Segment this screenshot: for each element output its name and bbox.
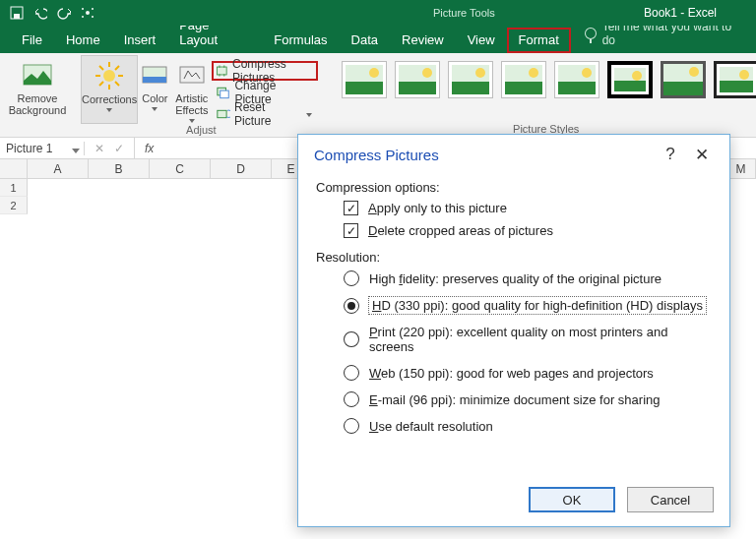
help-button[interactable]: ? bbox=[655, 145, 686, 164]
svg-point-3 bbox=[82, 8, 84, 10]
svg-rect-22 bbox=[220, 90, 229, 98]
reset-picture-button[interactable]: Reset Picture bbox=[214, 104, 317, 124]
color-button[interactable]: Color bbox=[138, 55, 171, 124]
radio-label: Web (150 ppi): good for web pages and pr… bbox=[369, 366, 654, 381]
col-header[interactable]: B bbox=[89, 159, 150, 178]
compress-pictures-button[interactable]: Compress Pictures bbox=[212, 61, 317, 81]
close-button[interactable]: ✕ bbox=[686, 145, 718, 165]
picture-styles-gallery[interactable] bbox=[334, 55, 756, 98]
svg-rect-23 bbox=[218, 110, 226, 117]
group-picture-styles: Picture Styles bbox=[328, 53, 756, 137]
tab-home[interactable]: Home bbox=[54, 28, 112, 53]
chevron-down-icon bbox=[189, 119, 195, 123]
fx-label[interactable]: fx bbox=[135, 142, 159, 155]
undo-icon[interactable] bbox=[33, 6, 47, 20]
name-box[interactable]: Picture 1 bbox=[0, 142, 85, 155]
cancel-icon[interactable]: ✕ bbox=[94, 142, 104, 155]
title-bar: Picture Tools Book1 - Excel bbox=[0, 0, 756, 26]
select-all-corner[interactable] bbox=[0, 159, 28, 178]
artistic-label: Artistic Effects bbox=[175, 92, 208, 116]
style-thumb[interactable] bbox=[607, 61, 653, 98]
ok-button[interactable]: OK bbox=[529, 487, 615, 512]
radio-high-fidelity[interactable]: High fidelity: preserves quality of the … bbox=[344, 270, 714, 286]
quick-access-toolbar bbox=[0, 6, 94, 20]
style-thumb[interactable] bbox=[342, 61, 387, 98]
remove-background-label: Remove Background bbox=[9, 92, 67, 116]
col-header[interactable]: M bbox=[726, 159, 756, 178]
radio-hd[interactable]: HD (330 ppi): good quality for high-defi… bbox=[344, 297, 714, 314]
color-label: Color bbox=[142, 92, 167, 104]
radio-icon bbox=[344, 331, 359, 347]
radio-web[interactable]: Web (150 ppi): good for web pages and pr… bbox=[344, 365, 714, 381]
tab-file[interactable]: File bbox=[10, 28, 54, 53]
apply-only-label: Apply only to this picture bbox=[368, 201, 507, 215]
col-header[interactable]: C bbox=[150, 159, 211, 178]
lightbulb-icon bbox=[585, 28, 597, 39]
corrections-label: Corrections bbox=[82, 93, 137, 105]
radio-icon bbox=[344, 270, 359, 286]
artistic-effects-button[interactable]: Artistic Effects bbox=[171, 55, 212, 124]
svg-rect-19 bbox=[180, 67, 204, 83]
reset-icon bbox=[216, 106, 230, 122]
dialog-title: Compress Pictures bbox=[314, 147, 439, 163]
svg-point-8 bbox=[103, 70, 115, 82]
style-thumb[interactable] bbox=[448, 61, 493, 98]
save-icon[interactable] bbox=[10, 6, 24, 20]
style-thumb[interactable] bbox=[714, 61, 756, 98]
adjust-group-label: Adjust bbox=[81, 124, 322, 138]
apply-only-checkbox[interactable]: ✓ Apply only to this picture bbox=[344, 201, 714, 215]
style-thumb[interactable] bbox=[501, 61, 546, 98]
svg-point-4 bbox=[92, 8, 94, 10]
compress-pictures-dialog: Compress Pictures ? ✕ Compression option… bbox=[297, 134, 730, 527]
compress-icon bbox=[216, 63, 228, 79]
remove-background-button[interactable]: Remove Background bbox=[6, 55, 69, 116]
compression-section-label: Compression options: bbox=[316, 180, 714, 195]
svg-line-15 bbox=[115, 66, 119, 70]
ribbon-tabs: File Home Insert Page Layout Formulas Da… bbox=[0, 26, 756, 53]
tab-data[interactable]: Data bbox=[340, 28, 390, 53]
sun-icon bbox=[94, 60, 125, 91]
style-thumb[interactable] bbox=[661, 61, 706, 98]
color-icon bbox=[139, 59, 170, 90]
svg-rect-20 bbox=[218, 67, 227, 75]
tab-format[interactable]: Format bbox=[507, 28, 571, 53]
group-adjust: Corrections Color Artistic Effects Compr… bbox=[75, 53, 328, 137]
radio-label: Use default resolution bbox=[369, 419, 493, 434]
chevron-down-icon bbox=[72, 149, 80, 153]
radio-label: High fidelity: preserves quality of the … bbox=[369, 271, 662, 286]
style-thumb[interactable] bbox=[554, 61, 599, 98]
delete-cropped-checkbox[interactable]: ✓ Delete cropped areas of pictures bbox=[344, 223, 714, 238]
change-picture-button[interactable]: Change Picture bbox=[214, 83, 317, 102]
remove-background-icon bbox=[22, 59, 53, 90]
svg-rect-18 bbox=[143, 77, 166, 83]
tab-review[interactable]: Review bbox=[390, 28, 456, 53]
row-header[interactable]: 1 bbox=[0, 179, 28, 197]
col-header[interactable]: A bbox=[28, 159, 89, 178]
radio-email[interactable]: E-mail (96 ppi): minimize document size … bbox=[344, 391, 714, 407]
radio-default[interactable]: Use default resolution bbox=[344, 418, 714, 434]
corrections-button[interactable]: Corrections bbox=[81, 55, 138, 124]
row-header[interactable]: 2 bbox=[0, 197, 28, 214]
svg-rect-1 bbox=[14, 14, 20, 19]
radio-icon bbox=[344, 365, 359, 381]
tab-view[interactable]: View bbox=[456, 28, 507, 53]
radio-icon bbox=[344, 418, 359, 434]
dialog-body: Compression options: ✓ Apply only to thi… bbox=[298, 180, 729, 440]
svg-line-14 bbox=[115, 82, 119, 86]
cancel-button[interactable]: Cancel bbox=[627, 487, 714, 512]
tab-formulas[interactable]: Formulas bbox=[262, 28, 339, 53]
app-title: Book1 - Excel bbox=[644, 6, 717, 20]
group-remove-background: Remove Background bbox=[0, 53, 75, 137]
chevron-down-icon bbox=[106, 108, 112, 112]
radio-label: Print (220 ppi): excellent quality on mo… bbox=[369, 325, 714, 354]
touch-mode-icon[interactable] bbox=[81, 6, 94, 20]
radio-print[interactable]: Print (220 ppi): excellent quality on mo… bbox=[344, 325, 714, 354]
tab-insert[interactable]: Insert bbox=[112, 28, 168, 53]
radio-icon bbox=[344, 298, 359, 314]
enter-icon[interactable]: ✓ bbox=[114, 142, 124, 155]
svg-line-13 bbox=[99, 66, 103, 70]
col-header[interactable]: D bbox=[211, 159, 272, 178]
context-tool-label: Picture Tools bbox=[433, 7, 495, 19]
redo-icon[interactable] bbox=[57, 6, 71, 20]
style-thumb[interactable] bbox=[395, 61, 440, 98]
